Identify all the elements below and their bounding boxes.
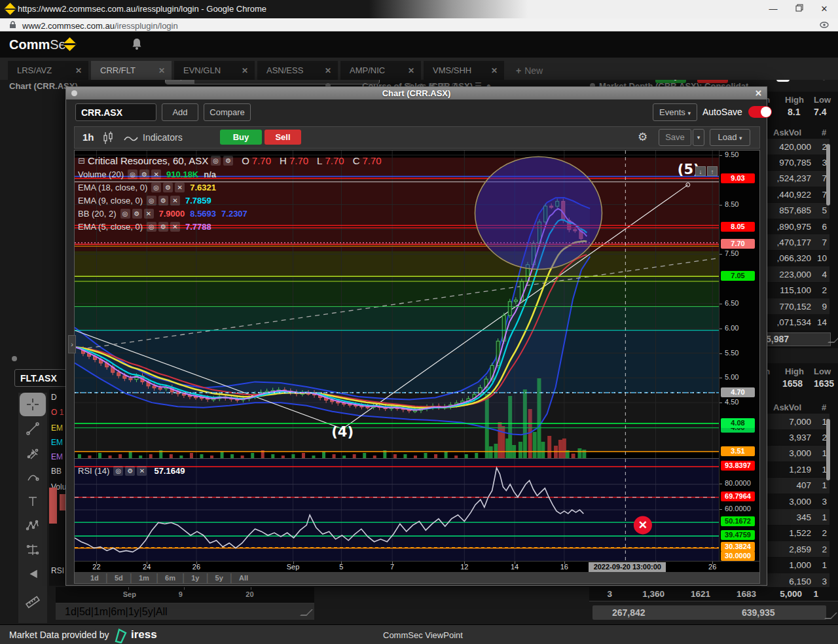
period-all[interactable]: All [156,606,168,618]
gear-icon[interactable]: ⚙ [132,209,142,219]
xabcd-tool-icon[interactable] [18,513,47,537]
depth-row[interactable]: 1,0001 [761,558,829,573]
remove-icon[interactable]: ✕ [151,170,161,179]
fib-tool-tool-icon[interactable] [18,537,47,562]
bell-icon[interactable] [131,37,143,50]
gear-icon[interactable]: ⚙ [125,466,135,476]
depth-row[interactable]: ,524,2377 [761,171,829,187]
minimize-button[interactable]: — [763,3,783,16]
url-text[interactable]: www2.commsec.com.au/iressplugin/login [22,20,178,31]
period-6m[interactable]: 6m [158,574,182,582]
arc-tool-icon[interactable] [18,465,47,489]
time-axis[interactable]: 222426Sep5712141622262022-09-20 13:00:00 [75,561,759,572]
depth-row[interactable]: 6,1503 [761,573,829,587]
depth-row[interactable]: 770,1529 [761,298,829,314]
tab-close-icon[interactable]: ✕ [491,66,498,75]
period-5d[interactable]: 5d [79,606,91,618]
back-arrow-tool-icon[interactable] [18,562,47,586]
depth-row[interactable]: 970,7853 [761,154,829,170]
ruler-tool-icon[interactable] [18,590,47,614]
rsi-pane[interactable]: ✕ RSI (14)◎⚙✕57.1649 [75,458,719,561]
visibility-icon[interactable]: ◎ [128,170,137,179]
indicators-button[interactable]: Indicators [143,132,183,143]
interval-button[interactable]: 1h [82,132,94,143]
axis-scroll-down-icon[interactable]: ↓ [695,166,706,176]
gear-icon[interactable]: ⚙ [158,222,168,232]
depth-row[interactable]: 7,0001 [761,414,829,429]
depth-row[interactable]: ,890,9756 [761,219,829,234]
market-depth-crr[interactable]: enHighLow8.17.4AskVol#420,0002970,7853,5… [761,92,838,348]
chart-window-titlebar[interactable]: Chart (CRR.ASX) [66,87,767,99]
events-dropdown[interactable]: Events ▾ [653,103,697,121]
period-1m[interactable]: 1m [94,606,108,618]
visibility-icon[interactable]: ◎ [147,196,156,206]
compare-button[interactable]: Compare [204,103,251,121]
close-icon[interactable]: ✕ [754,88,763,98]
depth-row[interactable]: 1,2191 [761,461,829,477]
period-1y[interactable]: 1y [128,606,139,618]
depth-row[interactable]: ,066,32010 [761,251,829,266]
gear-icon[interactable]: ⚙ [223,156,233,166]
period-1d[interactable]: 1d [65,606,77,618]
crosshair-tool-icon[interactable] [20,393,46,416]
text-tool-icon[interactable] [18,489,47,513]
visibility-icon[interactable]: ◎ [147,222,156,232]
save-button[interactable]: Save [659,129,691,146]
tab-vms-shh[interactable]: VMS/SHH✕ [424,61,504,80]
add-button[interactable]: Add [162,103,198,121]
depth-row[interactable]: 223,0004 [761,266,829,282]
visibility-icon[interactable]: ◎ [120,209,130,219]
axis-scroll-up-icon[interactable]: ↑ [707,166,718,176]
period-5y[interactable]: 5y [209,574,230,582]
tab-evn-gln[interactable]: EVN/GLN✕ [174,61,255,80]
chart-sell-button[interactable]: Sell [264,130,301,145]
remove-icon[interactable]: ✕ [170,196,180,206]
depth-row[interactable]: ,470,1777 [761,234,829,250]
indicator-wave-icon[interactable] [123,134,139,142]
price-pane[interactable]: (4)(5) ⊟Critical Resources, 60, ASX◎⚙O7.… [75,151,719,458]
period-5d[interactable]: 5d [108,574,130,582]
period-1d[interactable]: 1d [84,574,105,582]
eye-icon[interactable] [820,21,829,29]
gear-icon[interactable]: ⚙ [158,196,168,206]
visibility-icon[interactable]: ◎ [151,183,161,192]
tab-close-icon[interactable]: ✕ [242,66,248,75]
period-6m[interactable]: 6m [111,606,125,618]
depth-row[interactable]: 3,0003 [761,493,829,509]
rsi-chart-svg[interactable]: ✕ [75,459,719,561]
gear-icon[interactable]: ⚙ [139,170,149,179]
depth-row[interactable]: 3,9372 [761,429,829,445]
load-dropdown[interactable]: Load ▾ [710,129,750,146]
period-5y[interactable]: 5y [142,606,153,618]
remove-icon[interactable]: ✕ [175,183,185,192]
market-depth-flt[interactable]: enHighLow816581635AskVol#7,00013,93723,0… [761,363,838,587]
tab-close-icon[interactable]: ✕ [158,66,165,75]
depth-row[interactable]: ,071,53414 [761,314,829,330]
new-tab-button[interactable]: +New [507,61,553,80]
tab-crr-flt[interactable]: CRR/FLT✕ [91,61,172,80]
visibility-icon[interactable]: ◎ [113,466,123,476]
tab-amp-nic[interactable]: AMP/NIC✕ [340,61,421,80]
autosave-toggle[interactable] [748,106,772,118]
pitchfork-tool-icon[interactable] [18,440,47,465]
period-all[interactable]: All [232,574,255,582]
close-button[interactable]: ✕ [814,3,834,16]
gear-icon[interactable]: ⚙ [163,183,173,192]
remove-icon[interactable]: ✕ [144,209,154,219]
depth-row[interactable]: 420,0002 [761,139,829,154]
depth-row[interactable]: 115,1002 [761,283,829,298]
tab-lrs-avz[interactable]: LRS/AVZ✕ [8,61,88,80]
tab-asn-ess[interactable]: ASN/ESS✕ [257,61,338,80]
depth-row[interactable]: 2,8592 [761,541,829,557]
scrollbar-thumb[interactable] [826,419,830,480]
tab-close-icon[interactable]: ✕ [325,66,331,75]
period-1y[interactable]: 1y [185,574,206,582]
trendline-tool-icon[interactable] [18,416,47,440]
resize-handle-icon[interactable] [824,613,837,619]
scrollbar-thumb[interactable] [826,144,830,206]
depth-wide-row[interactable]: 31,360162116835,0001 [589,587,838,601]
depth-row[interactable]: 4071 [761,478,829,493]
tab-close-icon[interactable]: ✕ [75,66,82,75]
depth-row[interactable]: ,440,9227 [761,187,829,202]
chart-buy-button[interactable]: Buy [220,130,262,145]
